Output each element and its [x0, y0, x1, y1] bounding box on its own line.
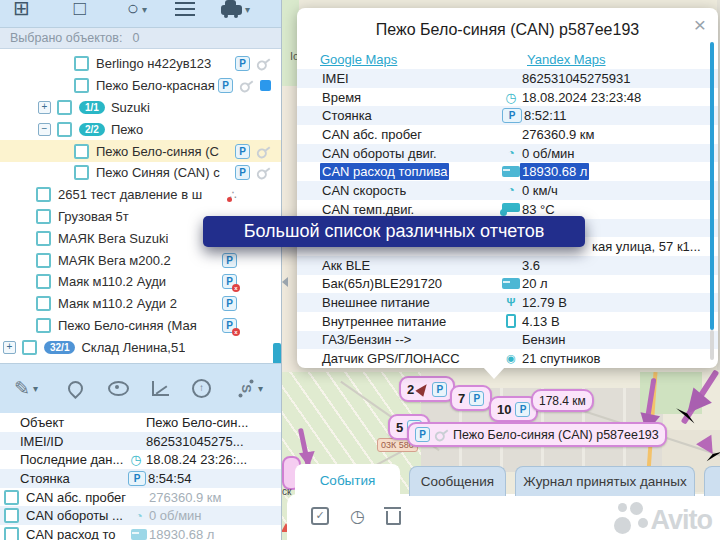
row-checkbox[interactable] — [74, 78, 89, 93]
visibility-button[interactable] — [108, 381, 129, 396]
popup-row[interactable]: Внутреннее питание4.13 В — [297, 312, 718, 331]
value-text: 3.6 — [520, 257, 542, 274]
row-checkbox[interactable] — [36, 253, 51, 268]
row-checkbox[interactable] — [57, 122, 72, 137]
route-button[interactable]: S▾ — [237, 379, 263, 399]
tab-label: Журнал принятых данных — [523, 474, 686, 489]
tab[interactable]: События — [295, 464, 400, 496]
upload-button[interactable]: ↑ — [192, 379, 211, 398]
location-button[interactable] — [68, 381, 83, 396]
parking-icon — [515, 402, 530, 417]
tree-item[interactable]: +1/1Suzuki — [0, 97, 281, 119]
popup-row[interactable]: CAN скорость0 км/ч — [297, 181, 718, 200]
popup-row[interactable]: CAN абс. пробег276360.9 км — [297, 125, 718, 144]
row-checkbox[interactable] — [36, 318, 51, 333]
sidebar-collapse-icon[interactable] — [282, 277, 288, 287]
row-checkbox[interactable] — [22, 340, 37, 355]
tree-item[interactable]: Berlingo н422ув123 — [0, 53, 281, 75]
map-marker[interactable]: Пежо Бело-синяя (CAN) р587ее193 — [407, 422, 667, 447]
object-label: Пежо Бело-красная — [96, 78, 215, 93]
object-label: МАЯК Вега м200.2 — [58, 253, 171, 268]
chart-button[interactable] — [152, 381, 169, 396]
tree-item[interactable]: Пежо Бело-синяя (С — [0, 140, 281, 162]
popup-row[interactable]: Акк BLE3.6 — [297, 256, 718, 275]
popup-scrollbar-track[interactable] — [710, 330, 714, 360]
time-icon[interactable]: ◷ — [350, 508, 365, 525]
edit-button[interactable]: ✎▾ — [14, 377, 38, 400]
label-text: Время — [320, 89, 363, 106]
info-value: 18930.68 л — [149, 527, 214, 540]
popup-row-value: 21 спутников — [520, 351, 602, 366]
row-checkbox[interactable] — [36, 274, 51, 289]
row-checkbox[interactable] — [74, 144, 89, 159]
row-checkbox[interactable] — [74, 56, 89, 71]
popup-pointer — [483, 367, 505, 379]
tree-item[interactable]: Маяк м110.2 Ауди — [0, 271, 281, 293]
unit-info-popup: Пежо Бело-синяя (CAN) р587ее193 × Google… — [297, 8, 718, 368]
map-marker[interactable]: 178.4 км — [531, 389, 594, 412]
popup-row[interactable]: Внешнее питание12.79 В — [297, 293, 718, 312]
chevron-down-icon[interactable]: ▾ — [245, 0, 250, 20]
expand-toggle-icon[interactable]: − — [38, 123, 51, 136]
row-checkbox[interactable] — [4, 490, 19, 505]
popup-row[interactable]: IMEI862531045275931 — [297, 69, 718, 88]
popup-row[interactable]: Время18.08.2024 23:23:48 — [297, 88, 718, 107]
popup-row-value: Бензин — [520, 332, 567, 347]
map-marker[interactable]: 2 — [399, 376, 455, 402]
promo-banner: Большой список различных отчетов — [203, 216, 585, 247]
popup-row[interactable]: Стоянка8:52:11 — [297, 106, 718, 125]
row-checkbox[interactable] — [57, 100, 72, 115]
avito-logo-icon — [614, 501, 648, 535]
car-icon — [221, 5, 242, 15]
selection-square-icon[interactable]: □ — [74, 0, 86, 19]
add-object-icon[interactable]: ⊞ — [13, 0, 30, 19]
expand-toggle-icon[interactable]: + — [3, 341, 16, 354]
object-label: Маяк м110.2 Ауди 2 — [58, 296, 177, 311]
label-text: Внутреннее питание — [320, 313, 448, 330]
tree-item[interactable]: Маяк м110.2 Ауди 2 — [0, 293, 281, 315]
row-checkbox[interactable] — [74, 165, 89, 180]
status-circle-icon[interactable]: ○ — [127, 0, 139, 19]
row-checkbox[interactable] — [36, 296, 51, 311]
label-text: Датчик GPS/ГЛОНАСС — [320, 350, 462, 367]
popup-row[interactable]: ГАЗ/Бензин -->Бензин — [297, 331, 718, 350]
tab[interactable]: Журнал принятых данных — [515, 466, 695, 496]
tree-item[interactable]: Пежо Бело-синяя (Мая — [0, 315, 281, 337]
popup-row[interactable]: Бак(65л)BLE29172020 л — [297, 275, 718, 294]
row-checkbox[interactable] — [4, 527, 19, 540]
yandex-maps-link[interactable]: Yandex Maps — [527, 52, 606, 67]
row-checkbox[interactable] — [36, 231, 51, 246]
parking-icon — [222, 253, 237, 268]
avito-watermark: Avito — [614, 501, 713, 535]
parking-icon — [469, 391, 484, 406]
tab[interactable] — [704, 466, 720, 496]
close-icon[interactable]: × — [694, 14, 706, 35]
row-checkbox[interactable] — [4, 508, 19, 523]
tree-item[interactable]: Пежо Синяя (CAN) с — [0, 162, 281, 184]
watermark-text: Avito — [651, 505, 713, 535]
tree-item[interactable]: МАЯК Вега м200.2 — [0, 249, 281, 271]
tree-item[interactable]: −2/2Пежо — [0, 118, 281, 140]
popup-row[interactable]: Датчик GPS/ГЛОНАСС21 спутников — [297, 349, 718, 368]
tree-item[interactable]: +32/1Склад Ленина,51 — [0, 336, 281, 358]
tree-item[interactable]: 2651 тест давление в ш — [0, 184, 281, 206]
info-label: IMEI/ID — [20, 434, 128, 449]
select-all-checkbox-icon[interactable]: ✓ — [311, 507, 329, 525]
google-maps-link[interactable]: Google Maps — [320, 52, 397, 67]
row-checkbox[interactable] — [36, 187, 51, 202]
popup-row[interactable]: CAN обороты двиг.0 об/мин — [297, 144, 718, 163]
selected-objects-bar: Выбрано объектов: 0 — [0, 28, 281, 49]
tab[interactable]: Сообщения — [409, 466, 506, 496]
delete-icon[interactable] — [386, 511, 401, 525]
row-checkbox[interactable] — [36, 209, 51, 224]
tree-item[interactable]: Пежо Бело-красная — [0, 75, 281, 97]
popup-row[interactable]: CAN расход топлива18930.68 л — [297, 162, 718, 181]
popup-scrollbar-thumb[interactable] — [710, 42, 714, 330]
vehicle-filter-icon[interactable] — [221, 0, 242, 19]
chevron-down-icon[interactable]: ▾ — [142, 0, 147, 20]
popup-row-value: 12.79 В — [520, 295, 569, 310]
list-view-icon[interactable] — [175, 0, 195, 20]
popup-row-label: Стоянка — [320, 108, 502, 123]
expand-toggle-icon[interactable]: + — [38, 101, 51, 114]
map-marker[interactable]: 7 — [450, 385, 492, 411]
